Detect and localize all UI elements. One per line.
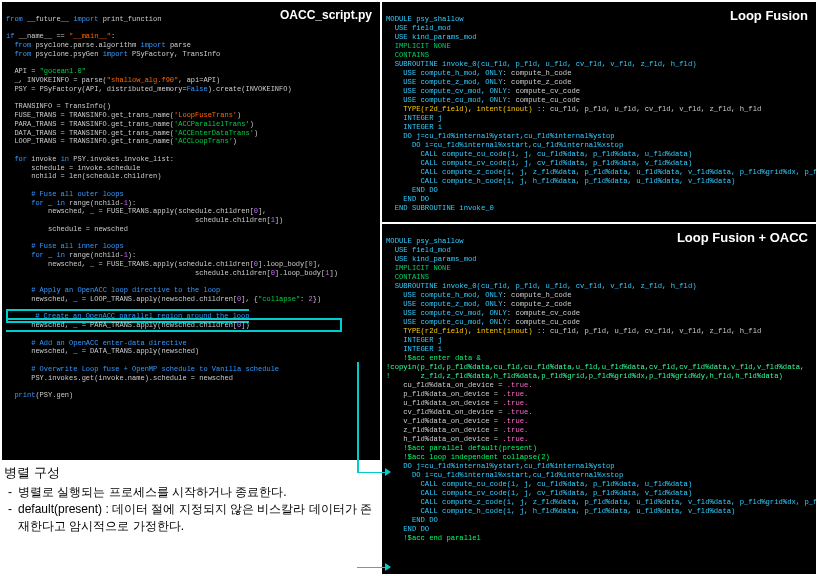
arrow-to-end-parallel — [357, 362, 387, 567]
korean-description: 병렬 구성 병렬로 실행되는 프로세스를 시작하거나 종료한다. default… — [4, 464, 378, 535]
highlighted-code-region: # Create an OpenACC parallel region arou… — [6, 309, 342, 332]
tr-panel-title: Loop Fusion — [726, 6, 812, 25]
korean-item-2: default(present) : 데이터 절에 지정되지 않은 비스칼라 데… — [4, 501, 378, 535]
korean-item-1: 병렬로 실행되는 프로세스를 시작하거나 종료한다. — [4, 484, 378, 501]
left-panel-title: OACC_script.py — [276, 6, 376, 24]
korean-title: 병렬 구성 — [4, 464, 378, 482]
fortran-loop-fusion-panel: Loop Fusion MODULE psy_shallow USE field… — [382, 2, 816, 222]
fortran-code-br: MODULE psy_shallow USE field_mod USE kin… — [382, 224, 816, 547]
fortran-loop-fusion-oacc-panel: Loop Fusion + OACC MODULE psy_shallow US… — [382, 224, 816, 574]
python-code: from __future__ import print_function if… — [2, 2, 380, 404]
fortran-code-tr: MODULE psy_shallow USE field_mod USE kin… — [382, 2, 816, 217]
br-panel-title: Loop Fusion + OACC — [673, 228, 812, 247]
python-code-panel: OACC_script.py from __future__ import pr… — [2, 2, 380, 460]
